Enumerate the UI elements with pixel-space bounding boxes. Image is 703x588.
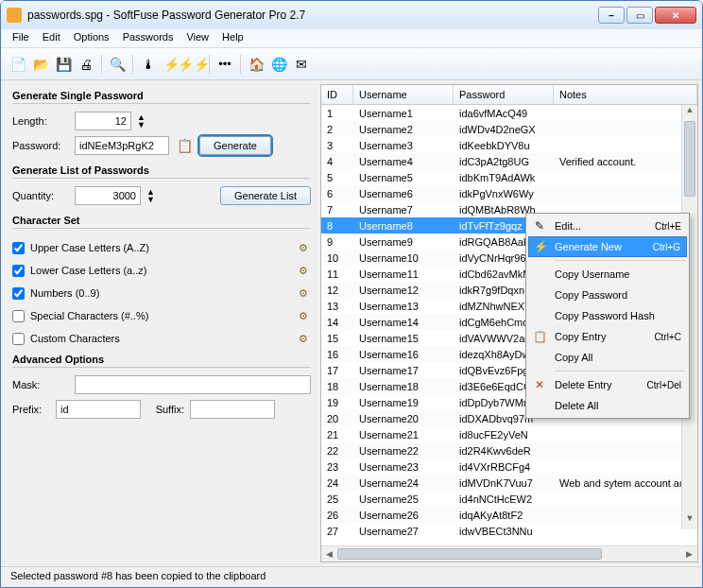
col-username[interactable]: Username <box>353 85 454 104</box>
copy-icon[interactable]: 📋 <box>175 136 194 155</box>
special-label: Special Characters (#..%) <box>30 310 148 321</box>
table-row[interactable]: 23Username23id4VXrRBCFg4 <box>321 458 697 475</box>
menu-passwords[interactable]: Passwords <box>117 31 180 45</box>
menu-edit[interactable]: Edit <box>37 31 66 45</box>
web-icon[interactable]: 🌐 <box>269 55 288 74</box>
scroll-up-arrow[interactable]: ▲ <box>682 105 697 121</box>
mask-label: Mask: <box>12 379 69 390</box>
table-row[interactable]: 2Username2idWDv4D2neGX <box>321 121 697 137</box>
gear-icon[interactable]: ⚙ <box>296 331 311 346</box>
cell-password: id4nNCtHcEW2 <box>454 493 554 505</box>
cm-copy-entry[interactable]: 📋 Copy EntryCtrl+C <box>528 326 687 347</box>
titlebar[interactable]: passwords.spg - SoftFuse Password Genera… <box>1 1 702 29</box>
gear-icon[interactable]: ⚙ <box>296 285 311 301</box>
home-icon[interactable]: 🏠 <box>247 55 266 74</box>
cell-id: 14 <box>321 317 353 328</box>
menu-view[interactable]: View <box>180 31 214 45</box>
spinner-icon[interactable]: ▲▼ <box>137 113 146 129</box>
suffix-label: Suffix: <box>146 404 184 415</box>
cm-delete-entry[interactable]: ✕ Delete EntryCtrl+Del <box>528 374 687 395</box>
cell-username: Username15 <box>353 333 454 344</box>
col-password[interactable]: Password <box>454 85 554 104</box>
scroll-left-arrow[interactable]: ◀ <box>321 546 337 562</box>
cell-username: Username27 <box>353 526 454 537</box>
cm-edit[interactable]: ✎ Edit...Ctrl+E <box>528 216 687 236</box>
mask-input[interactable] <box>75 375 311 394</box>
cm-copy-username[interactable]: Copy Username <box>528 264 687 285</box>
minimize-button[interactable] <box>598 7 625 24</box>
generate-list-icon[interactable]: ⚡⚡ <box>184 55 203 74</box>
cm-delete-all[interactable]: Delete All <box>528 395 687 416</box>
table-row[interactable]: 5Username5idbKmT9AdAWk <box>321 169 697 185</box>
generate-button[interactable]: Generate <box>199 136 271 155</box>
cell-username: Username12 <box>353 285 454 296</box>
cm-copy-password[interactable]: Copy Password <box>528 285 687 305</box>
mail-icon[interactable]: ✉ <box>292 55 311 74</box>
generate-list-button[interactable]: Generate List <box>220 186 311 205</box>
thermometer-icon[interactable]: 🌡 <box>139 55 158 74</box>
table-row[interactable]: 27Username27idwVBECt3NNu <box>321 523 697 539</box>
close-button[interactable] <box>655 7 696 24</box>
table-row[interactable]: 21Username21id8ucFE2yVeN <box>321 426 697 442</box>
horizontal-scrollbar[interactable]: ◀ ▶ <box>321 545 697 562</box>
search-icon[interactable]: 🔍 <box>108 55 127 74</box>
col-notes[interactable]: Notes <box>554 85 697 104</box>
password-output[interactable] <box>75 136 169 155</box>
cell-username: Username1 <box>353 108 454 119</box>
gear-icon[interactable]: ⚙ <box>296 308 311 323</box>
menu-help[interactable]: Help <box>216 31 249 45</box>
cell-id: 8 <box>321 220 353 232</box>
cm-generate-new[interactable]: ⚡ Generate NewCtrl+G <box>528 236 687 257</box>
cell-id: 1 <box>321 108 353 119</box>
gear-icon[interactable]: ⚙ <box>296 263 311 278</box>
menu-options[interactable]: Options <box>68 31 115 45</box>
cell-id: 2 <box>321 124 353 135</box>
upper-checkbox[interactable] <box>12 242 25 254</box>
table-row[interactable]: 26Username26idqAKyAt8tF2 <box>321 507 697 523</box>
special-checkbox[interactable] <box>12 310 25 322</box>
table-row[interactable]: 22Username22id2R4Kwv6deR <box>321 442 697 458</box>
list-section-title: Generate List of Passwords <box>12 161 311 179</box>
table-row[interactable]: 6Username6idkPgVnxW6Wy <box>321 185 697 201</box>
cell-username: Username22 <box>353 445 454 457</box>
cm-copy-hash[interactable]: Copy Password Hash <box>528 305 687 326</box>
open-file-icon[interactable]: 📂 <box>31 55 50 74</box>
table-row[interactable]: 3Username3idKeebkDYV8u <box>321 137 697 153</box>
gear-icon[interactable]: ⚙ <box>296 240 311 255</box>
menu-file[interactable]: File <box>7 31 35 45</box>
suffix-input[interactable] <box>190 400 275 419</box>
custom-checkbox[interactable] <box>12 333 25 345</box>
scroll-down-arrow[interactable]: ▼ <box>682 513 697 529</box>
table-row[interactable]: 1Username1ida6vfMAcQ49 <box>321 105 697 121</box>
mask-icon[interactable]: ••• <box>215 55 234 74</box>
cell-password: idbKmT9AdAWk <box>454 172 554 183</box>
print-icon[interactable]: 🖨 <box>77 55 95 74</box>
save-icon[interactable]: 💾 <box>54 55 73 74</box>
quantity-input[interactable] <box>75 186 141 205</box>
scroll-thumb[interactable] <box>684 121 695 197</box>
lower-checkbox[interactable] <box>12 265 25 277</box>
table-row[interactable]: 4Username4idC3pA2tg8UGVerified account. <box>321 153 697 169</box>
new-file-icon[interactable]: 📄 <box>9 55 27 74</box>
numbers-checkbox[interactable] <box>12 287 25 300</box>
cm-copy-all[interactable]: Copy All <box>528 347 687 368</box>
lightning-icon: ⚡ <box>533 240 548 253</box>
spinner-icon[interactable]: ▲▼ <box>146 188 155 203</box>
cell-username: Username20 <box>353 413 454 424</box>
quantity-label: Quantity: <box>12 190 69 201</box>
cell-password: id4VXrRBCFg4 <box>454 461 554 473</box>
numbers-label: Numbers (0..9) <box>30 287 99 299</box>
maximize-button[interactable] <box>626 7 653 24</box>
settings-pane: Generate Single Password Length: ▲▼ Pass… <box>1 80 320 566</box>
scroll-right-arrow[interactable]: ▶ <box>681 546 697 562</box>
length-input[interactable] <box>75 112 131 130</box>
cell-id: 11 <box>321 268 353 280</box>
cell-username: Username14 <box>353 317 454 328</box>
scroll-thumb-h[interactable] <box>337 548 602 560</box>
cell-id: 12 <box>321 285 353 296</box>
table-row[interactable]: 25Username25id4nNCtHcEW2 <box>321 491 697 507</box>
table-row[interactable]: 24Username24idMVDnK7Vuu7Web and sytem ac… <box>321 475 697 491</box>
lower-label: Lower Case Letters (a..z) <box>30 265 147 276</box>
col-id[interactable]: ID <box>321 85 353 104</box>
prefix-input[interactable] <box>56 400 141 419</box>
